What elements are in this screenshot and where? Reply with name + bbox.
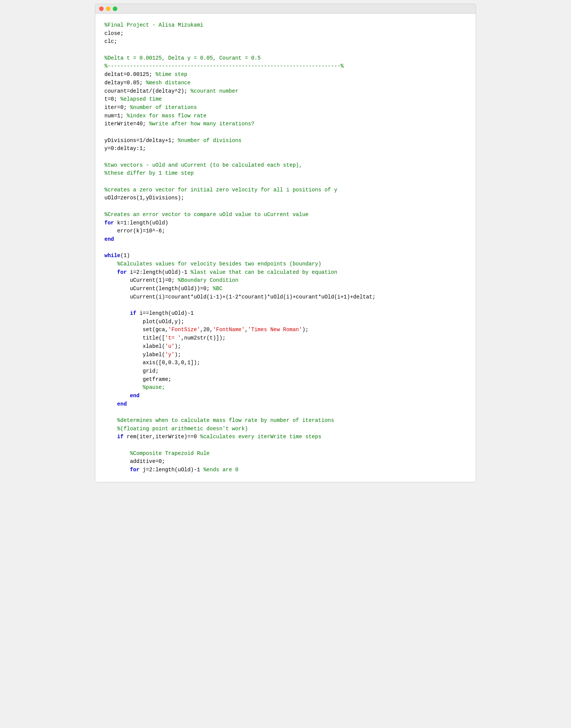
code-line: axis([0,0.3,0,1]); — [104, 359, 467, 367]
code-line — [104, 178, 467, 186]
code-line — [104, 153, 467, 161]
code-line: iterWrite=40; %write after how many iter… — [104, 120, 467, 128]
code-line: t=0; %elapsed time — [104, 95, 467, 104]
code-line: %Final Project - Alisa Mizukami — [104, 21, 467, 30]
editor-window: %Final Project - Alisa Mizukami close; c… — [95, 4, 476, 482]
code-line: grid; — [104, 367, 467, 376]
code-line: deltay=0.05; %mesh distance — [104, 79, 467, 87]
code-line: end — [104, 235, 467, 244]
code-line — [104, 46, 467, 54]
code-line: end — [104, 392, 467, 400]
code-line: y=0:deltay:1; — [104, 145, 467, 153]
code-line: %Creates an error vector to compare uOld… — [104, 211, 467, 219]
code-editor[interactable]: %Final Project - Alisa Mizukami close; c… — [95, 14, 476, 482]
code-line: yDivisions=1/deltay+1; %number of divisi… — [104, 137, 467, 145]
code-line: %(floating point arithmetic doesn't work… — [104, 425, 467, 433]
code-line: %Calculates values for velocity besides … — [104, 260, 467, 268]
code-line: title(['t= ',num2str(t)]); — [104, 334, 467, 343]
maximize-dot[interactable] — [113, 6, 117, 11]
code-line: end — [104, 400, 467, 409]
code-line: num=1; %index for mass flow rate — [104, 112, 467, 120]
code-line: %determines when to calculate mass flow … — [104, 417, 467, 425]
code-line: clc; — [104, 38, 467, 46]
code-line: courant=deltat/(deltay^2); %courant numb… — [104, 87, 467, 96]
code-line — [104, 301, 467, 310]
close-dot[interactable] — [99, 6, 104, 11]
code-line: error(k)=10^-6; — [104, 227, 467, 235]
code-line: getframe; — [104, 376, 467, 384]
code-line: set(gca,'FontSize',20,'FontName','Times … — [104, 326, 467, 334]
code-line: for j=2:length(uOld)-1 %ends are 0 — [104, 466, 467, 474]
code-line: %two vectors - uOld and uCurrent (to be … — [104, 161, 467, 170]
code-line: for k=1:length(uOld) — [104, 219, 467, 227]
code-line: if i==length(uOld)-1 — [104, 310, 467, 318]
code-line — [104, 244, 467, 252]
code-line: if rem(iter,iterWrite)==0 %calculates ev… — [104, 433, 467, 441]
code-line: deltat=0.00125; %time step — [104, 71, 467, 79]
code-line: uCurrent(i)=courant*uOld(i-1)+(1-2*coura… — [104, 293, 467, 302]
code-line: ylabel('y'); — [104, 351, 467, 359]
code-line: additive=0; — [104, 458, 467, 466]
code-line — [104, 202, 467, 211]
code-line: %these differ by 1 time step — [104, 169, 467, 178]
code-line: for i=2:length(uOld)-1 %last value that … — [104, 268, 467, 277]
code-line: plot(uOld,y); — [104, 318, 467, 326]
code-line: xlabel('u'); — [104, 343, 467, 351]
code-line — [104, 128, 467, 137]
code-line — [104, 441, 467, 450]
code-line — [104, 408, 467, 417]
code-line: while(1) — [104, 252, 467, 260]
title-bar — [95, 4, 476, 14]
code-line: uCurrent(length(uOld))=0; %BC — [104, 285, 467, 293]
code-line: close; — [104, 30, 467, 38]
minimize-dot[interactable] — [106, 6, 110, 11]
code-line: %---------------------------------------… — [104, 62, 467, 71]
code-line: %creates a zero vector for initial zero … — [104, 186, 467, 194]
code-line: %Composite Trapezoid Rule — [104, 450, 467, 458]
code-line: uCurrent(1)=0; %Boundary Condition — [104, 276, 467, 285]
code-line: uOld=zeros(1,yDivisions); — [104, 194, 467, 202]
code-line: %Delta t = 0.00125, Delta y = 0.05, Cour… — [104, 54, 467, 63]
code-line: %pause; — [104, 384, 467, 392]
code-line: iter=0; %number of iterations — [104, 104, 467, 112]
